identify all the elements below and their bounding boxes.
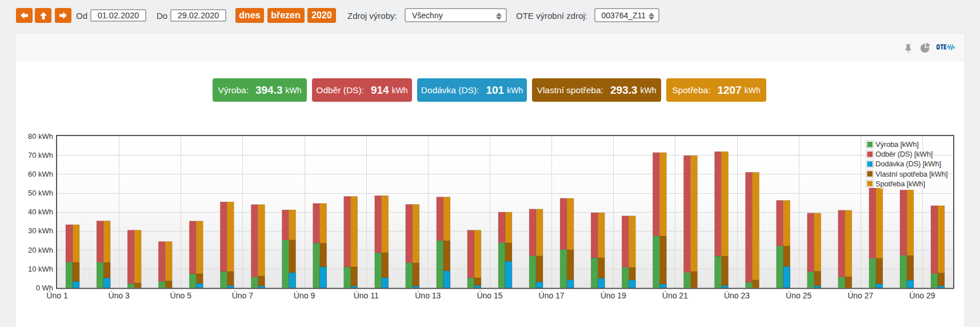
svg-text:Úno 17: Úno 17: [539, 291, 565, 300]
svg-text:Úno 1: Úno 1: [46, 291, 68, 300]
svg-text:20 kWh: 20 kWh: [28, 246, 53, 254]
svg-text:Úno 15: Úno 15: [477, 291, 502, 300]
svg-text:Úno 7: Úno 7: [232, 291, 254, 300]
svg-text:Úno 9: Úno 9: [294, 291, 315, 300]
svg-text:30 kWh: 30 kWh: [28, 226, 53, 235]
svg-text:Úno 11: Úno 11: [354, 291, 379, 300]
svg-text:40 kWh: 40 kWh: [28, 208, 53, 216]
svg-text:Úno 27: Úno 27: [847, 291, 873, 300]
svg-text:Úno 3: Úno 3: [108, 291, 130, 300]
svg-text:Výroba [kWh]: Výroba [kWh]: [875, 140, 919, 149]
svg-text:50 kWh: 50 kWh: [28, 189, 53, 197]
svg-text:Úno 19: Úno 19: [601, 291, 626, 300]
svg-text:Úno 29: Úno 29: [909, 291, 935, 300]
svg-text:Spotřeba [kWh]: Spotřeba [kWh]: [875, 180, 925, 188]
svg-text:Dodávka (DS) [kWh]: Dodávka (DS) [kWh]: [875, 159, 941, 168]
svg-text:Úno 23: Úno 23: [724, 291, 750, 300]
svg-text:60 kWh: 60 kWh: [28, 170, 53, 178]
svg-text:Vlastní spotřeba [kWh]: Vlastní spotřeba [kWh]: [875, 170, 947, 178]
svg-text:70 kWh: 70 kWh: [28, 151, 53, 159]
svg-text:10 kWh: 10 kWh: [28, 265, 53, 273]
svg-text:Úno 25: Úno 25: [786, 291, 811, 300]
svg-text:80 kWh: 80 kWh: [28, 132, 53, 141]
svg-text:Odběr (DS) [kWh]: Odběr (DS) [kWh]: [875, 150, 933, 158]
svg-text:Úno 5: Úno 5: [170, 291, 192, 300]
svg-text:Úno 21: Úno 21: [662, 291, 688, 300]
svg-text:Úno 13: Úno 13: [415, 291, 441, 300]
